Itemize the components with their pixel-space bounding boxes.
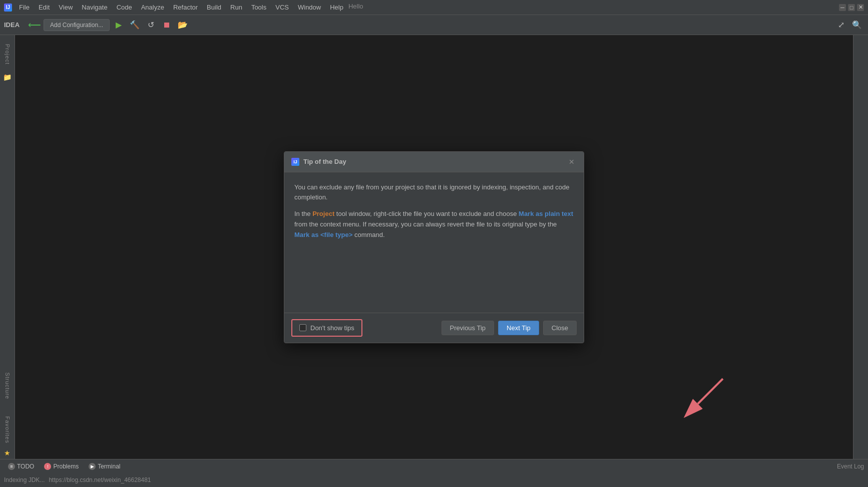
window-controls: ─ □ ✕ [839,4,864,11]
previous-tip-button[interactable]: Previous Tip [442,321,495,335]
dialog-p2-mark-highlight: Mark as plain text [519,210,573,217]
menu-view[interactable]: View [55,3,77,12]
left-sidebar: Project 📁 Structure Favorites ★ [0,35,15,459]
todo-tab[interactable]: ≡ TODO [4,462,38,471]
sidebar-item-project[interactable]: Project [2,39,14,69]
svg-line-1 [698,379,723,404]
dialog-paragraph2: In the Project tool window, right-click … [294,209,574,240]
minimize-button[interactable]: ─ [839,4,846,11]
toolbar: IDEA ⟵ Add Configuration... ▶ 🔨 ↺ ⏹ 📂 ⤢ … [0,15,868,35]
dialog-title: Tip of the Day [303,158,567,165]
dialog-p2-project-highlight: Project [312,210,334,217]
dialog-body: You can exclude any file from your proje… [284,172,584,313]
tip-of-the-day-dialog: IJ Tip of the Day ✕ You can exclude any … [284,151,584,343]
bottom-right: Event Log [837,463,864,470]
menu-help[interactable]: Help [326,3,347,12]
menu-analyze[interactable]: Analyze [137,3,168,12]
dialog-header: IJ Tip of the Day ✕ [284,152,584,172]
dialog-close-button[interactable]: ✕ [567,157,577,167]
problems-tab[interactable]: ! Problems [40,462,83,471]
red-arrow-annotation [683,369,733,419]
menu-refactor[interactable]: Refactor [169,3,202,12]
dialog-p2-end: command. [352,231,384,238]
menu-run[interactable]: Run [226,3,246,12]
bottom-bar: ≡ TODO ! Problems ▶ Terminal Event Log [0,459,868,473]
app-name: IDEA [4,21,20,29]
title-bar: IJ File Edit View Navigate Code Analyze … [0,0,868,15]
status-bar: Indexing JDK... https://blog.csdn.net/we… [0,473,868,487]
menu-build[interactable]: Build [203,3,225,12]
sidebar-item-favorites[interactable]: Favorites [2,415,14,445]
app-logo: IJ [4,4,12,12]
dialog-logo: IJ [291,158,299,166]
rerun-icon[interactable]: ↺ [144,18,158,32]
coverage-icon[interactable]: 📂 [176,18,190,32]
dialog-p2-filetype-highlight: Mark as <file type> [294,231,352,238]
terminal-tab[interactable]: ▶ Terminal [85,462,124,471]
problems-icon: ! [44,463,51,470]
dialog-p2-suffix: from the context menu. If necessary, you… [294,220,557,228]
dialog-footer: Don't show tips Previous Tip Next Tip Cl… [284,313,584,343]
terminal-icon: ▶ [89,463,96,470]
dialog-p2-middle: tool window, right-click the file you wa… [334,210,519,217]
build-icon[interactable]: 🔨 [128,18,142,32]
sidebar-folder-icon[interactable]: 📁 [2,71,14,83]
dialog-footer-buttons: Previous Tip Next Tip Close [442,321,577,335]
sidebar-item-structure[interactable]: Structure [2,371,14,401]
menu-file[interactable]: File [15,3,34,12]
add-configuration-button[interactable]: Add Configuration... [44,19,110,31]
navigate-icon[interactable]: ⟵ [28,18,42,32]
close-dialog-button[interactable]: Close [543,321,577,335]
dont-show-tips-label: Don't show tips [310,324,354,332]
run-icon[interactable]: ▶ [112,18,126,32]
event-log-label[interactable]: Event Log [837,463,864,470]
dont-show-tips-container[interactable]: Don't show tips [291,319,362,337]
main-area: Project 📁 Structure Favorites ★ IJ Tip o… [0,35,868,459]
dialog-p2-prefix: In the [294,210,312,217]
dont-show-tips-checkbox[interactable] [299,324,306,331]
terminal-label: Terminal [98,463,120,470]
next-tip-button[interactable]: Next Tip [498,321,539,335]
content-area: IJ Tip of the Day ✕ You can exclude any … [15,35,853,459]
close-button[interactable]: ✕ [857,4,864,11]
sidebar-star-icon[interactable]: ★ [2,447,14,459]
maximize-button[interactable]: □ [848,4,855,11]
todo-label: TODO [17,463,34,470]
todo-icon: ≡ [8,463,15,470]
hello-label: Hello [348,3,363,12]
menu-tools[interactable]: Tools [247,3,270,12]
indexing-status: Indexing JDK... [4,476,45,483]
right-sidebar [853,35,868,459]
dialog-overlay: IJ Tip of the Day ✕ You can exclude any … [15,35,853,459]
menu-window[interactable]: Window [294,3,325,12]
menu-bar: File Edit View Navigate Code Analyze Ref… [15,3,839,12]
menu-vcs[interactable]: VCS [271,3,293,12]
search-icon[interactable]: 🔍 [850,18,864,32]
menu-edit[interactable]: Edit [35,3,54,12]
problems-label: Problems [53,463,79,470]
expand-icon[interactable]: ⤢ [834,18,848,32]
dialog-paragraph1: You can exclude any file from your proje… [294,182,574,203]
menu-code[interactable]: Code [113,3,136,12]
menu-navigate[interactable]: Navigate [78,3,111,12]
stop-icon[interactable]: ⏹ [160,18,174,32]
csdn-url: https://blog.csdn.net/weixin_46628481 [49,476,151,483]
